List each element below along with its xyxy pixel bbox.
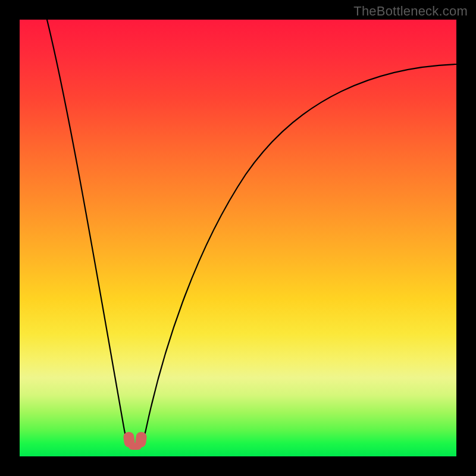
curve-path (47, 20, 456, 449)
attribution-text: TheBottleneck.com (353, 4, 468, 19)
chart-frame: TheBottleneck.com (0, 0, 476, 476)
bottleneck-curve (20, 20, 456, 456)
plot-area (20, 20, 456, 456)
valley-marker-bridge (129, 443, 142, 450)
